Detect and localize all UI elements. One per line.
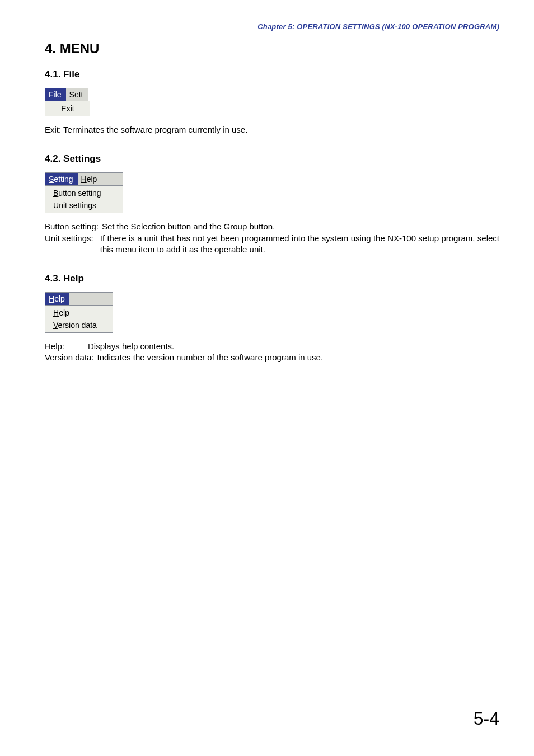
section-help: 4.3. Help Help Help Version data Help: D… (45, 273, 499, 364)
desc-button-setting: Button setting: Set the Selection button… (45, 221, 499, 232)
setting-menu[interactable]: Setting (45, 173, 78, 185)
version-data-item[interactable]: Version data (45, 319, 113, 331)
heading-help: 4.3. Help (45, 273, 499, 284)
chapter-header: Chapter 5: OPERATION SETTINGS (NX-100 OP… (45, 22, 499, 31)
desc-text-unit-settings: If there is a unit that has not yet been… (100, 233, 499, 256)
desc-unit-settings: Unit settings: If there is a unit that h… (45, 233, 499, 256)
help-item[interactable]: Help (45, 307, 113, 319)
desc-label-help: Help: (45, 341, 64, 352)
heading-settings: 4.2. Settings (45, 153, 499, 165)
settings-menubar: Setting Help (45, 173, 123, 186)
sett-menu[interactable]: Sett (66, 88, 88, 101)
unit-settings-item[interactable]: Unit settings (45, 199, 123, 212)
help-menubar: Help (45, 293, 113, 306)
desc-text-button-setting: Set the Selection button and the Group b… (102, 221, 499, 232)
desc-label-unit-settings: Unit settings: (45, 233, 93, 256)
button-setting-item[interactable]: Button setting (45, 187, 123, 199)
file-menu-widget: File Sett Exit (45, 88, 88, 116)
section-file: 4.1. File File Sett Exit Exit: Terminate… (45, 69, 499, 135)
file-menu[interactable]: File (45, 88, 66, 101)
file-description: Exit: Terminates the software program cu… (45, 124, 499, 135)
help-menu-widget: Help Help Version data (45, 292, 113, 333)
file-menubar: File Sett (45, 88, 88, 101)
help-dropdown: Help Version data (45, 306, 113, 332)
exit-item[interactable]: Exit (45, 102, 90, 115)
desc-label-version-data: Version data: (45, 352, 94, 363)
page-title: 4. MENU (45, 41, 499, 57)
page-number: 5-4 (474, 708, 499, 729)
desc-help: Help: Displays help contents. (45, 341, 499, 352)
desc-label-button-setting: Button setting: (45, 221, 99, 232)
file-dropdown: Exit (45, 101, 90, 116)
section-settings: 4.2. Settings Setting Help Button settin… (45, 153, 499, 255)
help-menu[interactable]: Help (45, 293, 69, 305)
desc-version-data: Version data: Indicates the version numb… (45, 352, 499, 363)
desc-text-version-data: Indicates the version number of the soft… (97, 352, 499, 363)
settings-menu-widget: Setting Help Button setting Unit setting… (45, 172, 123, 213)
help-menu-in-settings[interactable]: Help (78, 173, 102, 185)
desc-text-help: Displays help contents. (88, 341, 499, 352)
heading-file: 4.1. File (45, 69, 499, 80)
settings-dropdown: Button setting Unit settings (45, 186, 123, 213)
page: Chapter 5: OPERATION SETTINGS (NX-100 OP… (0, 0, 534, 756)
